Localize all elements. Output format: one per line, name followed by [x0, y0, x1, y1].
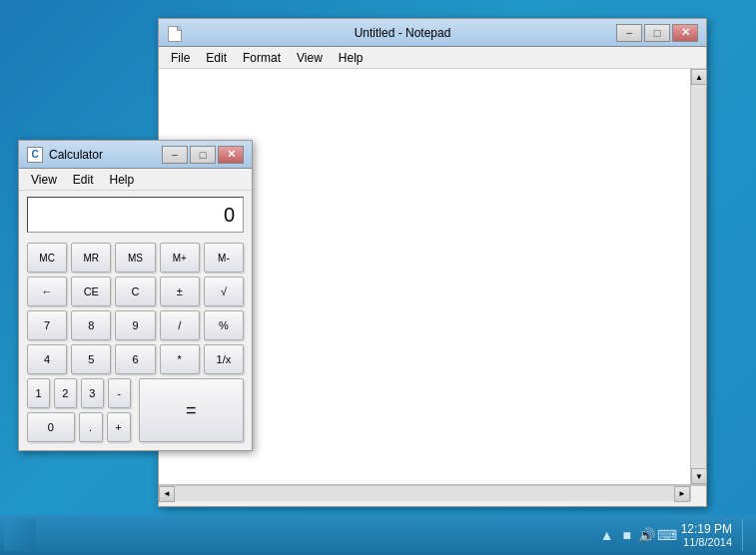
calc-row-2: 7 8 9 / % [27, 310, 244, 340]
calc-ce-button[interactable]: CE [71, 277, 111, 306]
taskbar: ▲ ■ 🔊 ⌨ 12:19 PM 11/8/2014 [0, 515, 756, 555]
calc-minus-button[interactable]: - [108, 378, 131, 408]
calc-plus-button[interactable]: + [107, 412, 131, 442]
calc-3-button[interactable]: 3 [81, 378, 104, 408]
calc-multiply-button[interactable]: * [160, 344, 200, 374]
calc-controls: − □ ✕ [162, 146, 244, 164]
calc-reciprocal-button[interactable]: 1/x [204, 344, 244, 374]
scroll-left-arrow[interactable]: ◄ [159, 486, 175, 502]
tray-volume-icon[interactable]: 🔊 [639, 527, 655, 543]
calc-9-button[interactable]: 9 [115, 310, 155, 340]
scroll-down-arrow[interactable]: ▼ [691, 468, 707, 484]
calc-display: 0 [27, 197, 244, 233]
notepad-menu-edit[interactable]: Edit [198, 49, 235, 67]
scroll-corner [690, 485, 706, 501]
notepad-minimize-button[interactable]: − [616, 24, 642, 42]
calc-title: Calculator [49, 148, 162, 162]
notepad-menu-format[interactable]: Format [235, 49, 289, 67]
notepad-app-icon [167, 25, 183, 41]
calc-row-3: 4 5 6 * 1/x [27, 344, 244, 374]
calc-sqrt-button[interactable]: √ [204, 277, 244, 306]
notepad-scrollbar-horizontal[interactable]: ◄ ► [159, 485, 690, 501]
tray-keyboard-icon[interactable]: ⌨ [659, 527, 675, 543]
calc-menu-view[interactable]: View [23, 171, 65, 189]
calc-dot-button[interactable]: . [79, 412, 103, 442]
start-button[interactable] [4, 519, 36, 551]
scroll-right-arrow[interactable]: ► [674, 486, 690, 502]
notepad-titlebar: Untitled - Notepad − □ ✕ [159, 19, 706, 47]
notepad-menu-file[interactable]: File [163, 49, 198, 67]
calc-row-5: 0 . + [27, 412, 131, 442]
notepad-scrollbar-vertical[interactable]: ▲ ▼ [690, 69, 706, 484]
calc-mplus-button[interactable]: M+ [160, 243, 200, 273]
tray-network-icon[interactable]: ■ [619, 527, 635, 543]
calc-2-button[interactable]: 2 [54, 378, 77, 408]
calc-row-4: 1 2 3 - [27, 378, 131, 408]
calc-ms-button[interactable]: MS [115, 243, 155, 273]
scroll-track-horizontal[interactable] [175, 486, 674, 501]
calc-menu-edit[interactable]: Edit [65, 171, 102, 189]
calc-buttons: MC MR MS M+ M- ← CE C ± √ 7 8 9 / % 4 5 … [19, 239, 252, 450]
calc-6-button[interactable]: 6 [115, 344, 155, 374]
calc-close-button[interactable]: ✕ [218, 146, 244, 164]
calc-plusminus-button[interactable]: ± [160, 277, 200, 306]
notepad-controls: − □ ✕ [616, 24, 698, 42]
calc-menubar: View Edit Help [19, 169, 252, 191]
calc-equals-button[interactable]: = [139, 378, 245, 442]
notepad-menu-help[interactable]: Help [331, 49, 372, 67]
clock-date: 11/8/2014 [681, 536, 732, 548]
calc-mc-button[interactable]: MC [27, 243, 67, 273]
calc-1-button[interactable]: 1 [27, 378, 50, 408]
calc-mminus-button[interactable]: M- [204, 243, 244, 273]
calc-app-icon: C [27, 147, 43, 163]
calc-row-1: ← CE C ± √ [27, 277, 244, 306]
calc-last-left: 1 2 3 - 0 . + [27, 378, 131, 442]
calc-titlebar: C Calculator − □ ✕ [19, 141, 252, 169]
clock-area[interactable]: 12:19 PM 11/8/2014 [681, 522, 732, 548]
calc-memory-row: MC MR MS M+ M- [27, 243, 244, 273]
calc-divide-button[interactable]: / [160, 310, 200, 340]
taskbar-right: ▲ ■ 🔊 ⌨ 12:19 PM 11/8/2014 [599, 519, 750, 551]
calc-7-button[interactable]: 7 [27, 310, 67, 340]
notepad-menu-view[interactable]: View [289, 49, 331, 67]
calculator-window[interactable]: C Calculator − □ ✕ View Edit Help 0 MC M… [18, 140, 253, 451]
notepad-close-button[interactable]: ✕ [672, 24, 698, 42]
calc-4-button[interactable]: 4 [27, 344, 67, 374]
scroll-up-arrow[interactable]: ▲ [691, 69, 707, 85]
calc-percent-button[interactable]: % [204, 310, 244, 340]
calc-maximize-button[interactable]: □ [190, 146, 216, 164]
notepad-title: Untitled - Notepad [189, 26, 616, 40]
calc-menu-help[interactable]: Help [101, 171, 142, 189]
scroll-track-vertical[interactable] [691, 85, 706, 468]
calc-c-button[interactable]: C [115, 277, 155, 306]
show-desktop-button[interactable] [742, 519, 750, 551]
clock-time: 12:19 PM [681, 522, 732, 536]
tray-icons: ▲ ■ 🔊 ⌨ [599, 527, 675, 543]
calc-8-button[interactable]: 8 [71, 310, 111, 340]
calc-minimize-button[interactable]: − [162, 146, 188, 164]
calc-backspace-button[interactable]: ← [27, 277, 67, 306]
calc-0-button[interactable]: 0 [27, 412, 75, 442]
calc-5-button[interactable]: 5 [71, 344, 111, 374]
tray-expand-icon[interactable]: ▲ [599, 527, 615, 543]
calc-last-rows: 1 2 3 - 0 . + = [27, 378, 244, 442]
notepad-maximize-button[interactable]: □ [644, 24, 670, 42]
calc-display-value: 0 [224, 204, 235, 227]
calc-mr-button[interactable]: MR [71, 243, 111, 273]
notepad-menubar: File Edit Format View Help [159, 47, 706, 69]
